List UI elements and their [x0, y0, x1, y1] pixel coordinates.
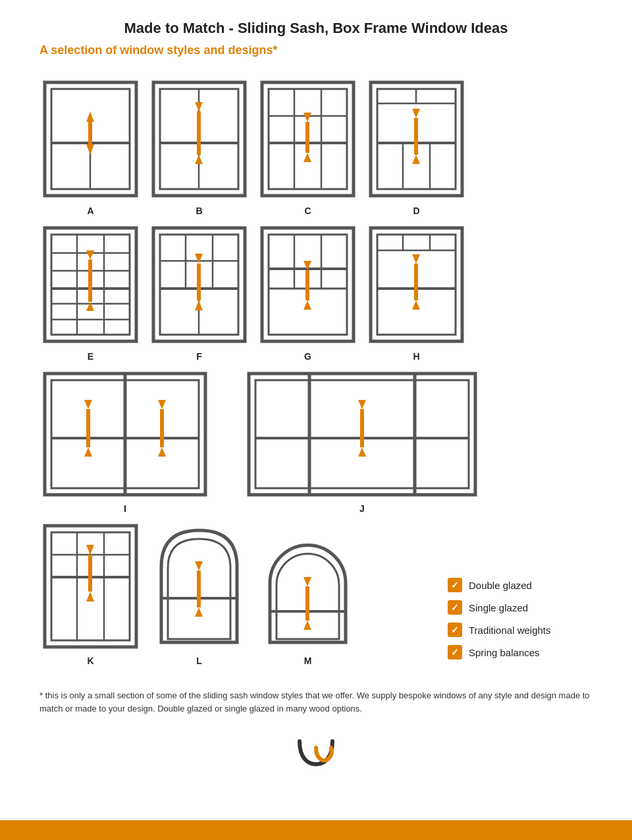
window-label-M: M: [304, 656, 312, 666]
svg-rect-37: [414, 118, 418, 128]
svg-marker-64: [195, 300, 203, 310]
svg-rect-63: [197, 264, 201, 275]
window-row-2: E F: [40, 223, 592, 362]
window-svg-E: [40, 223, 142, 348]
svg-rect-26: [305, 122, 309, 132]
window-svg-M: [257, 520, 359, 652]
svg-rect-87: [414, 275, 418, 300]
window-item-I: I: [40, 368, 211, 514]
window-item-H: H: [365, 223, 467, 362]
window-svg-B: [148, 77, 250, 202]
window-label-D: D: [413, 206, 419, 216]
window-label-E: E: [88, 351, 93, 362]
svg-marker-15: [195, 155, 203, 164]
legend-item-double-glazed: Double glazed: [448, 578, 592, 592]
window-item-E: E: [40, 223, 142, 362]
window-item-B: B: [148, 77, 250, 216]
svg-marker-96: [84, 447, 92, 457]
window-item-J: J: [244, 368, 481, 514]
window-item-M: M: [257, 520, 359, 666]
window-row-1: A B: [40, 77, 592, 216]
bottom-windows: K L: [40, 520, 359, 666]
window-svg-H: [365, 223, 467, 348]
svg-rect-85: [414, 264, 418, 275]
logo-area: [40, 728, 592, 791]
window-svg-K: [40, 520, 142, 652]
main-title: Made to Match - Sliding Sash, Box Frame …: [40, 20, 592, 37]
window-svg-L: [148, 520, 250, 652]
svg-marker-51: [86, 250, 94, 260]
window-label-K: K: [87, 656, 93, 666]
svg-rect-97: [86, 421, 90, 447]
svg-marker-131: [303, 577, 311, 586]
window-item-D: D: [365, 77, 467, 216]
window-svg-D: [365, 77, 467, 202]
legend-label-traditional-weights: Traditional weights: [469, 625, 551, 636]
svg-rect-52: [88, 260, 92, 271]
legend-label-spring-balances: Spring balances: [469, 647, 540, 658]
window-row-3: I: [40, 368, 592, 514]
legend-checkbox-spring-balances: [448, 645, 462, 659]
svg-rect-16: [197, 125, 201, 155]
legend-label-single-glazed: Single glazed: [469, 602, 528, 613]
window-svg-C: [257, 77, 359, 202]
window-svg-A: [40, 77, 142, 202]
legend-label-double-glazed: Double glazed: [469, 580, 532, 591]
svg-rect-77: [305, 282, 309, 300]
svg-marker-4: [86, 111, 94, 122]
svg-rect-122: [88, 555, 92, 565]
window-svg-F: [148, 223, 250, 348]
legend-checkbox-double-glazed: [448, 578, 462, 592]
svg-marker-62: [195, 254, 203, 264]
svg-marker-109: [358, 400, 366, 409]
legend-checkbox-single-glazed: [448, 600, 462, 615]
svg-marker-133: [303, 621, 311, 630]
orange-bar: [0, 820, 632, 840]
svg-marker-126: [195, 561, 203, 571]
svg-marker-27: [303, 153, 311, 162]
window-label-F: F: [196, 351, 202, 362]
window-row-4: K L: [40, 520, 592, 666]
subtitle: A selection of window styles and designs…: [40, 43, 592, 57]
svg-marker-128: [195, 607, 203, 617]
window-label-J: J: [359, 503, 365, 514]
svg-rect-132: [305, 586, 309, 597]
legend-item-single-glazed: Single glazed: [448, 600, 592, 615]
window-svg-G: [257, 223, 359, 348]
svg-rect-95: [86, 409, 90, 421]
svg-rect-134: [305, 597, 309, 621]
svg-marker-123: [86, 592, 94, 602]
svg-marker-111: [358, 447, 366, 457]
window-item-K: K: [40, 520, 142, 666]
svg-marker-98: [158, 400, 166, 409]
svg-marker-100: [158, 447, 166, 457]
svg-rect-7: [88, 130, 92, 144]
svg-marker-84: [412, 254, 420, 264]
svg-rect-112: [360, 421, 364, 447]
window-item-F: F: [148, 223, 250, 362]
page: Made to Match - Sliding Sash, Box Frame …: [0, 0, 632, 840]
svg-rect-28: [305, 132, 309, 153]
company-logo: [293, 735, 339, 771]
window-item-A: A: [40, 77, 142, 216]
svg-marker-38: [412, 155, 420, 164]
svg-rect-54: [88, 271, 92, 302]
svg-marker-25: [303, 113, 311, 122]
svg-rect-99: [160, 409, 164, 421]
svg-marker-13: [195, 102, 203, 111]
window-label-H: H: [413, 351, 419, 362]
window-label-A: A: [87, 206, 93, 216]
svg-rect-110: [360, 409, 364, 421]
window-item-L: L: [148, 520, 250, 666]
window-label-B: B: [196, 206, 202, 216]
legend: Double glazed Single glazed Traditional …: [448, 578, 592, 666]
svg-marker-121: [86, 545, 94, 555]
svg-rect-65: [197, 275, 201, 300]
legend-checkbox-traditional-weights: [448, 623, 462, 637]
svg-rect-129: [197, 581, 201, 607]
svg-rect-75: [305, 270, 309, 282]
window-label-I: I: [124, 503, 126, 514]
window-svg-I: [40, 368, 211, 500]
svg-rect-39: [414, 128, 418, 155]
svg-marker-76: [303, 300, 311, 310]
